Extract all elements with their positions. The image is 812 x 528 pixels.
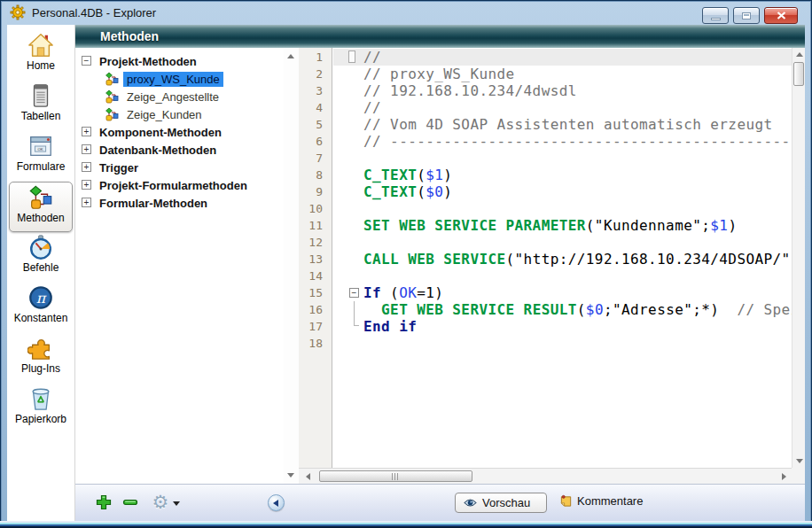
tree-category[interactable]: +Projekt-Formularmethoden — [75, 176, 299, 194]
code-line[interactable] — [333, 335, 792, 352]
sidebar-item-befehle[interactable]: Befehle — [9, 232, 73, 283]
code-line[interactable]: // -------------------------------------… — [333, 133, 792, 150]
code-line[interactable]: // — [333, 99, 792, 116]
code-line[interactable] — [333, 268, 792, 284]
code-line[interactable]: CALL WEB SERVICE("http://192.168.10.234/… — [333, 251, 792, 268]
trash-icon — [27, 385, 54, 412]
scroll-right-arrow-icon[interactable] — [777, 470, 791, 483]
scroll-down-arrow-icon[interactable] — [792, 454, 806, 468]
scroll-up-arrow-icon[interactable] — [792, 48, 806, 61]
comments-toggle[interactable]: Kommentare — [559, 494, 643, 508]
code-token — [363, 301, 381, 318]
code-token: ("Kundenname"; — [586, 217, 710, 234]
code-line[interactable]: GET WEB SERVICE RESULT($0;"Adresse";*) /… — [333, 301, 792, 318]
editor-vertical-scrollbar[interactable] — [792, 48, 805, 468]
code-token: $0 — [586, 301, 604, 318]
code-token: ) — [728, 217, 737, 234]
code-line[interactable]: −If (OK=1) — [333, 284, 792, 301]
expand-box-icon[interactable]: + — [82, 127, 91, 136]
gear-icon: ⚙ — [152, 492, 169, 512]
code-token: ) — [443, 183, 452, 200]
scroll-down-arrow-icon[interactable] — [284, 469, 297, 482]
editor-horizontal-scrollbar[interactable] — [299, 468, 792, 484]
preview-button[interactable]: Vorschau — [455, 493, 547, 513]
maximize-button[interactable] — [733, 7, 760, 24]
sidebar-item-label: Tabellen — [21, 110, 61, 122]
text-caret — [348, 50, 355, 63]
code-line[interactable] — [333, 200, 792, 217]
code-token: // Spei — [737, 301, 792, 318]
app-window: Personal.4DB - Explorer HomeTabellenOKFo… — [0, 0, 812, 528]
code-line[interactable]: // proxy_WS_Kunde — [333, 66, 792, 82]
expand-box-icon[interactable]: + — [82, 198, 91, 207]
expand-box-icon[interactable]: + — [82, 144, 91, 154]
fold-collapse-icon[interactable]: − — [349, 288, 359, 298]
tree-category[interactable]: +Formular-Methoden — [75, 194, 299, 212]
code-line[interactable] — [333, 150, 792, 167]
scroll-left-arrow-icon[interactable] — [301, 470, 315, 483]
horizontal-scroll-thumb[interactable] — [319, 470, 472, 482]
code-token: CALL WEB SERVICE — [363, 251, 506, 268]
scrollbar-corner — [792, 468, 805, 484]
content-column: Methoden −Projekt-Methodenproxy_WS_Kunde… — [75, 25, 805, 521]
tree-method-item[interactable]: Zeige_Kunden — [75, 105, 299, 123]
note-icon — [559, 494, 573, 508]
code-token: GET WEB SERVICE RESULT — [381, 301, 577, 318]
code-line[interactable]: SET WEB SERVICE PARAMETER("Kundenname";$… — [333, 217, 792, 234]
code-line[interactable]: End if — [333, 318, 792, 335]
tree-category-label: Projekt-Methoden — [99, 55, 197, 68]
code-line[interactable]: // 192.168.10.234/4dwsdl — [333, 82, 792, 99]
sidebar-item-label: Home — [27, 59, 55, 72]
title-bar[interactable]: Personal.4DB - Explorer — [0, 0, 812, 25]
collapse-box-icon[interactable]: − — [82, 56, 91, 66]
code-line[interactable]: C_TEXT($0) — [333, 183, 792, 200]
sidebar-item-home[interactable]: Home — [9, 30, 73, 81]
code-token: ( — [417, 183, 426, 200]
code-line[interactable]: // — [333, 49, 792, 66]
collapse-panel-button[interactable] — [268, 494, 285, 511]
line-number: 4 — [299, 99, 332, 116]
tree-category[interactable]: −Projekt-Methoden — [75, 52, 299, 70]
gear-dropdown-arrow-icon[interactable] — [173, 501, 180, 506]
code-line[interactable]: C_TEXT($1) — [333, 167, 792, 183]
commands-icon — [27, 234, 54, 260]
code-token: // proxy_WS_Kunde — [363, 66, 515, 82]
left-arrow-icon — [273, 500, 278, 507]
delete-method-button[interactable] — [121, 493, 139, 511]
sidebar-item-konstanten[interactable]: πKonstanten — [9, 283, 73, 333]
tree-category-label: Projekt-Formularmethoden — [99, 179, 247, 192]
tree-method-item[interactable]: Zeige_Angestellte — [75, 88, 299, 105]
scroll-up-arrow-icon[interactable] — [284, 50, 297, 63]
tree-category[interactable]: +Trigger — [75, 159, 299, 176]
tree-method-item[interactable]: proxy_WS_Kunde — [75, 70, 299, 88]
expand-box-icon[interactable]: + — [82, 180, 91, 190]
code-line[interactable]: // Vom 4D SOAP Assistenten automatisch e… — [333, 116, 792, 133]
sidebar-item-methoden[interactable]: Methoden — [9, 182, 73, 232]
tree-category[interactable]: +Komponent-Methoden — [75, 123, 299, 141]
expand-box-icon[interactable]: + — [82, 162, 91, 172]
vertical-scroll-thumb[interactable] — [793, 62, 804, 86]
close-button[interactable] — [764, 7, 798, 24]
sidebar-item-papierkorb[interactable]: Papierkorb — [9, 384, 73, 434]
plugins-icon — [27, 335, 54, 361]
code-token: If — [363, 284, 381, 301]
panel-header: Methoden — [75, 25, 805, 48]
sidebar-item-plugins[interactable]: Plug-Ins — [9, 333, 73, 384]
code-token: ( — [417, 167, 426, 183]
options-gear-button[interactable]: ⚙ — [150, 491, 171, 514]
sidebar-item-tabellen[interactable]: Tabellen — [9, 81, 73, 131]
code-line[interactable] — [333, 234, 792, 251]
code-token: $0 — [426, 183, 443, 200]
code-area[interactable]: //// proxy_WS_Kunde// 192.168.10.234/4dw… — [333, 48, 792, 468]
tree-scrollbar[interactable] — [284, 48, 299, 484]
sidebar-item-label: Plug-Ins — [21, 362, 60, 375]
sidebar-item-formulare[interactable]: OKFormulare — [9, 131, 73, 182]
code-token: C_TEXT — [363, 183, 417, 200]
tree-category[interactable]: +Datenbank-Methoden — [75, 141, 299, 159]
comments-label: Kommentare — [577, 494, 643, 508]
maximize-icon — [742, 12, 751, 19]
tree-category-label: Komponent-Methoden — [99, 126, 222, 139]
add-method-button[interactable] — [95, 493, 113, 511]
minimize-button[interactable] — [702, 7, 729, 24]
code-token: ("http://192.168.10.234/4DSOAP/" — [506, 251, 791, 268]
